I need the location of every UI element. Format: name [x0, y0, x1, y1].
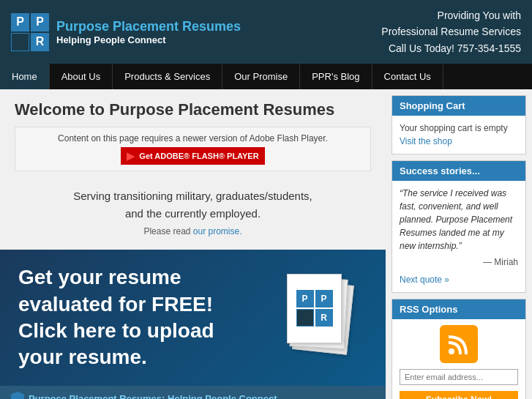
logo-r: R: [31, 33, 49, 51]
logo-empty: [11, 33, 29, 51]
cta-logo-area: P P R: [287, 274, 367, 362]
ppr-p1: P: [296, 290, 314, 307]
cta-line2: evaluated for FREE!: [18, 291, 214, 318]
nav-products-services[interactable]: Products & Services: [113, 64, 222, 89]
header-contact-info: Providing You with Professional Resume S…: [381, 7, 521, 56]
nav-home[interactable]: Home: [0, 64, 50, 89]
logo-p2: P: [31, 13, 49, 31]
social-title-text: Purpose Placement Resumes: Helping Peopl…: [29, 393, 277, 399]
email-input[interactable]: [400, 369, 518, 385]
rss-icon: [440, 325, 478, 363]
nav-about-us[interactable]: About Us: [50, 64, 113, 89]
serving-text: Serving transitioning military, graduate…: [15, 180, 371, 226]
flash-badge-label: Get ADOBE® FLASH® PLAYER: [139, 152, 258, 160]
tagline-3: Call Us Today! 757-354-1555: [381, 40, 521, 56]
ppr-empty: [296, 309, 314, 327]
rss-header: RSS Options: [392, 299, 525, 319]
main-layout: Welcome to Purpose Placement Resumes Con…: [0, 89, 532, 399]
cta-line4: your resume.: [18, 344, 214, 370]
social-title: Purpose Placement Resumes: Helping Peopl…: [11, 392, 375, 399]
cart-content: Your shopping cart is empty Visit the sh…: [392, 116, 525, 154]
serving-line1: Serving transitioning military, graduate…: [15, 187, 371, 205]
tagline-2: Professional Resume Services: [381, 23, 521, 40]
success-stories-box: Success stories... “The service I receiv…: [391, 160, 526, 293]
cart-empty-text: Your shopping cart is empty: [400, 122, 518, 135]
cta-line1: Get your resume: [18, 264, 214, 291]
logo-box: P P R: [11, 13, 49, 51]
logo-text: Purpose Placement Resumes Helping People…: [56, 19, 241, 45]
rss-content: Subscribe Now!: [392, 319, 525, 399]
success-author: — Miriah: [400, 256, 518, 269]
right-sidebar: Shopping Cart Your shopping cart is empt…: [386, 89, 532, 399]
flash-notice: Content on this page requires a newer ve…: [15, 127, 371, 171]
success-content: “The service I received was fast, conven…: [392, 181, 525, 292]
welcome-title: Welcome to Purpose Placement Resumes: [15, 100, 371, 119]
flash-download-badge[interactable]: ▶ Get ADOBE® FLASH® PLAYER: [121, 147, 264, 165]
visit-shop-link[interactable]: Visit the shop: [400, 136, 452, 146]
nav-blog[interactable]: PPR's Blog: [300, 64, 372, 89]
site-header: P P R Purpose Placement Resumes Helping …: [0, 0, 532, 64]
main-nav: Home About Us Products & Services Our Pr…: [0, 64, 532, 89]
next-quote-link[interactable]: Next quote »: [400, 273, 518, 286]
promise-line: Please read our promise.: [15, 226, 371, 242]
subscribe-button[interactable]: Subscribe Now!: [400, 391, 518, 399]
site-tagline: Helping People Connect: [56, 34, 241, 45]
flash-notice-text: Content on this page requires a newer ve…: [24, 133, 361, 143]
ppr-r: R: [315, 309, 333, 327]
ppr-logo-grid: P P R: [296, 290, 333, 327]
serving-line2: and the currently employed.: [15, 205, 371, 223]
svg-point-0: [449, 348, 454, 354]
site-title: Purpose Placement Resumes: [56, 19, 241, 34]
ppr-p2: P: [315, 290, 333, 307]
logo-area: P P R Purpose Placement Resumes Helping …: [11, 13, 241, 51]
nav-our-promise[interactable]: Our Promise: [222, 64, 300, 89]
logo-p1: P: [11, 13, 29, 31]
tagline-1: Providing You with: [381, 7, 521, 23]
cta-text: Get your resume evaluated for FREE! Clic…: [18, 264, 214, 371]
welcome-section: Welcome to Purpose Placement Resumes Con…: [0, 89, 386, 250]
doc-logo: P P R: [288, 275, 341, 343]
rss-box: RSS Options Subscribe Now! Get the lates…: [391, 299, 526, 399]
cart-header: Shopping Cart: [392, 96, 525, 116]
social-strip: Purpose Placement Resumes: Helping Peopl…: [0, 386, 386, 399]
nav-contact-us[interactable]: Contact Us: [372, 64, 443, 89]
shopping-cart-box: Shopping Cart Your shopping cart is empt…: [391, 95, 526, 154]
left-content: Welcome to Purpose Placement Resumes Con…: [0, 89, 386, 399]
cta-line3: Click here to upload: [18, 318, 214, 344]
flash-icon: ▶: [127, 150, 135, 162]
promise-link[interactable]: our promise.: [193, 226, 242, 236]
success-header: Success stories...: [392, 161, 525, 181]
promise-prefix: Please read: [143, 226, 192, 236]
cta-banner[interactable]: Get your resume evaluated for FREE! Clic…: [0, 250, 386, 386]
success-quote-text: “The service I received was fast, conven…: [400, 187, 518, 253]
doc-front: P P R: [287, 274, 342, 343]
shield-icon: [11, 392, 24, 399]
